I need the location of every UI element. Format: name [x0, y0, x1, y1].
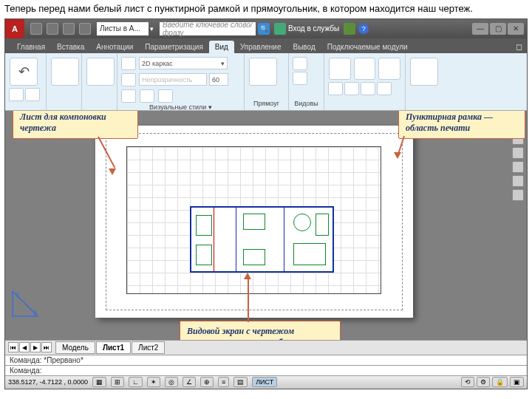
qat-open-icon[interactable] — [47, 23, 58, 35]
tab-model[interactable]: Модель — [55, 341, 95, 354]
viewport-frame[interactable] — [126, 146, 381, 294]
pal-s4-icon[interactable] — [377, 82, 392, 95]
login-label: Вход в службы — [288, 24, 339, 33]
maximize-button[interactable]: ▢ — [490, 23, 506, 35]
visual-style-icon[interactable] — [121, 57, 136, 70]
tab-output[interactable]: Вывод — [287, 41, 321, 53]
bg-icon[interactable] — [158, 89, 173, 103]
floor-plan — [190, 206, 334, 273]
viewcube-icon[interactable] — [86, 58, 115, 86]
tab-layout1[interactable]: Лист1 — [96, 341, 131, 354]
palette3-icon[interactable] — [378, 58, 400, 80]
tab-plugins[interactable]: Подключаемые модули — [321, 41, 414, 53]
grid-toggle[interactable]: ⊞ — [111, 377, 124, 387]
tab-first-icon[interactable]: ⏮ — [8, 342, 18, 352]
otrack-toggle[interactable]: ∠ — [183, 377, 196, 387]
tab-last-icon[interactable]: ⏭ — [41, 342, 52, 352]
search-icon[interactable]: 🔍 — [258, 23, 270, 35]
qp-toggle[interactable]: ▤ — [233, 377, 248, 387]
svg-text:X: X — [33, 309, 38, 316]
avatar-icon — [274, 23, 286, 35]
callout-sheet: Лист для компоновки чертежа — [13, 111, 138, 139]
nav-back-icon[interactable]: ↶ — [10, 58, 38, 86]
face-icon[interactable] — [140, 89, 154, 103]
vp-config2-icon[interactable] — [293, 72, 307, 85]
quick-access-toolbar — [24, 23, 97, 35]
ortho-toggle[interactable]: ∟ — [129, 377, 143, 387]
opacity-value[interactable]: 60 — [209, 73, 228, 86]
ucs-icon: Y X — [10, 287, 42, 319]
coord-readout: 338.5127, -4.7122 , 0.0000 — [8, 378, 88, 386]
tab-annotate[interactable]: Аннотации — [90, 41, 139, 53]
ribbon-expand-icon[interactable]: ◻ — [511, 41, 527, 53]
exchange-icon[interactable] — [344, 23, 355, 35]
command-input[interactable]: Команда: — [5, 365, 527, 375]
zoom-tool-icon[interactable] — [512, 161, 524, 173]
orbit-icon[interactable] — [25, 88, 40, 101]
search-input[interactable]: Введите ключевое слово/фразу — [160, 22, 256, 35]
pan-icon[interactable] — [9, 88, 24, 101]
nav-bar — [512, 133, 525, 201]
vp-panel-label: Видовы — [292, 100, 321, 107]
viewport-rect-icon[interactable] — [249, 58, 277, 86]
help-icon[interactable]: ? — [358, 24, 369, 34]
callout-viewport: Видовой экран с чертежом произвольного м… — [180, 321, 341, 340]
lwt-toggle[interactable]: ≡ — [218, 377, 229, 387]
palette2-icon[interactable] — [354, 58, 376, 80]
tab-view[interactable]: Вид — [209, 41, 234, 53]
layout-tabs: ⏮ ◀ ▶ ⏭ Модель Лист1 Лист2 — [5, 340, 527, 355]
vp-config1-icon[interactable] — [293, 57, 307, 70]
window-icon[interactable] — [410, 58, 438, 86]
layout-sheet[interactable] — [95, 126, 413, 318]
polar-toggle[interactable]: ✶ — [147, 377, 160, 387]
anno-scale-icon[interactable]: ⟲ — [461, 377, 474, 387]
orbit-tool-icon[interactable] — [512, 175, 524, 187]
document-selector[interactable]: Листы в А... — [97, 22, 149, 35]
opacity-label: Непрозрачность — [139, 73, 207, 86]
arrow-print-head — [394, 152, 401, 159]
pal-s2-icon[interactable] — [344, 82, 359, 95]
clean-screen-icon[interactable]: ▣ — [510, 377, 524, 387]
qat-save-icon[interactable] — [63, 23, 75, 35]
model-paper-toggle[interactable]: ЛИСТ — [252, 377, 277, 387]
pan-tool-icon[interactable] — [512, 147, 524, 159]
tab-manage[interactable]: Управление — [234, 41, 287, 53]
lock-ui-icon[interactable]: 🔒 — [492, 377, 508, 387]
showmotion-icon[interactable] — [512, 189, 524, 201]
svg-text:Y: Y — [16, 291, 20, 299]
viewport-rect-label: Прямоуг — [248, 100, 285, 107]
qat-new-icon[interactable] — [30, 23, 42, 35]
login-button[interactable]: Вход в службы — [274, 23, 339, 35]
tab-layout2[interactable]: Лист2 — [132, 341, 165, 354]
tab-insert[interactable]: Вставка — [51, 41, 90, 53]
palette1-icon[interactable] — [329, 58, 351, 80]
snap-toggle[interactable]: ▦ — [92, 377, 106, 387]
status-bar: 338.5127, -4.7122 , 0.0000 ▦ ⊞ ∟ ✶ ◎ ∠ ⊕… — [5, 375, 527, 389]
minimize-button[interactable]: — — [472, 23, 488, 35]
views-icon[interactable] — [51, 58, 79, 86]
workspace-icon[interactable]: ⚙ — [477, 377, 490, 387]
tab-parametric[interactable]: Параметризация — [139, 41, 209, 53]
app-logo[interactable]: A — [5, 19, 24, 38]
dyn-toggle[interactable]: ⊕ — [200, 377, 214, 387]
tab-home[interactable]: Главная — [11, 41, 51, 53]
command-history: Команда: *Прервано* — [5, 355, 527, 365]
ribbon-panel: ↶ 2D каркас▾ Непрозрачность 60 В — [5, 53, 527, 111]
drawing-canvas[interactable]: — ▣ □ ✕ Y — [5, 111, 527, 340]
arrow-viewport — [248, 279, 249, 322]
dropdown-arrow-icon[interactable]: ▾ — [150, 25, 154, 33]
opacity-icon[interactable] — [121, 73, 136, 86]
qat-undo-icon[interactable] — [79, 23, 91, 35]
osnap-toggle[interactable]: ◎ — [165, 377, 178, 387]
app-window: A Листы в А... ▾ Введите ключевое слово/… — [4, 18, 528, 389]
tab-prev-icon[interactable]: ◀ — [19, 342, 30, 352]
vstyles-panel-label[interactable]: Визуальные стили ▾ — [120, 103, 241, 111]
edge-icon[interactable] — [121, 89, 136, 103]
style-combo[interactable]: 2D каркас▾ — [139, 57, 228, 69]
pal-s3-icon[interactable] — [361, 82, 375, 95]
tab-next-icon[interactable]: ▶ — [30, 342, 41, 352]
close-button[interactable]: ✕ — [508, 23, 524, 35]
title-bar: A Листы в А... ▾ Введите ключевое слово/… — [5, 19, 527, 38]
pal-s1-icon[interactable] — [328, 82, 343, 95]
ribbon-tabs: Главная Вставка Аннотации Параметризация… — [5, 38, 527, 53]
